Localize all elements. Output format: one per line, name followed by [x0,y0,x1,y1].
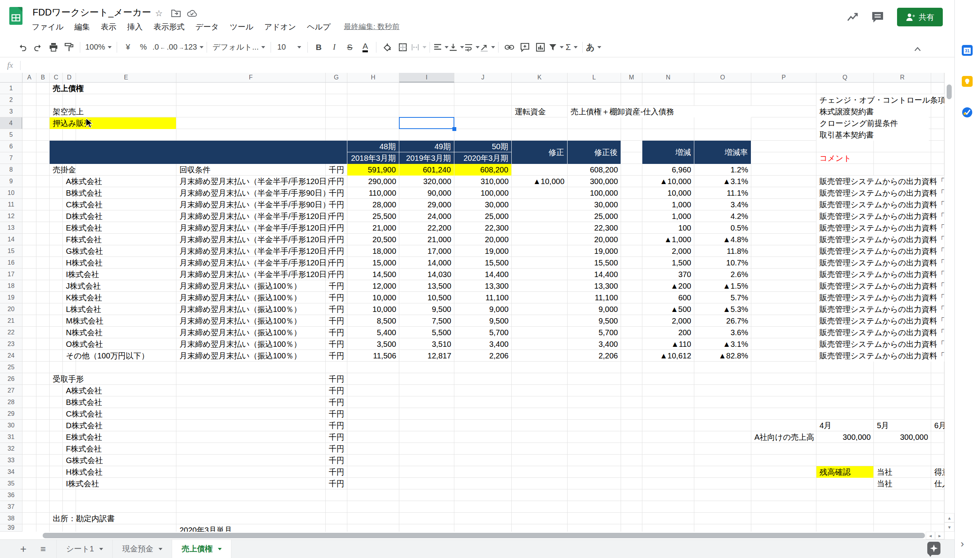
italic-button[interactable]: I [326,40,342,55]
row-header-36[interactable]: 36 [0,489,22,501]
menu-1[interactable]: 編集 [74,22,90,33]
tab-menu-icon[interactable] [218,548,222,550]
cell-F23[interactable]: 月末締め翌月末払い（振込100％） [176,338,326,350]
cell-Q17[interactable]: 販売管理システムからの出力資料「売 [816,269,944,280]
row-header-15[interactable]: 15 [0,245,22,257]
cell-D14[interactable]: F株式会社 [63,234,76,245]
row-header-37[interactable]: 37 [0,501,22,513]
col-header-M[interactable]: M [621,73,642,83]
cell-O23[interactable]: ▲3.1% [694,338,751,350]
row-header-33[interactable]: 33 [0,455,22,466]
cell-I12[interactable]: 24,000 [399,210,454,222]
cell-Q21[interactable]: 販売管理システムからの出力資料「売 [816,315,944,327]
cell-H11[interactable]: 28,000 [347,199,399,210]
cell-O20[interactable]: ▲5.3% [694,303,751,315]
cell-Q7[interactable]: コメント [816,152,874,164]
cell-N8[interactable]: 6,960 [642,164,694,176]
cell-N21[interactable]: 2,000 [642,315,694,327]
row-header-11[interactable]: 11 [0,199,22,210]
cell-D9[interactable]: A株式会社 [63,176,76,187]
cell-R35[interactable]: 当社 [874,478,931,489]
cell-S30[interactable]: 6月 [931,420,944,431]
cell-O18[interactable]: ▲1.5% [694,280,751,292]
cell-J7[interactable]: 2020年3月期 [454,152,512,164]
cell-J14[interactable]: 20,000 [454,234,512,245]
vertical-scrollbar[interactable] [944,73,954,539]
cell-J6[interactable]: 50期 [454,141,512,152]
col-header-E[interactable]: E [76,73,176,83]
spreadsheet-grid[interactable]: ABCDEFGHIJKLMNOPQR 123456789101112131415… [0,73,944,532]
cell-R30[interactable]: 5月 [874,420,931,431]
cell-S34[interactable]: 得意 [931,466,944,478]
cell-J17[interactable]: 14,400 [454,269,512,280]
cell-Q19[interactable]: 販売管理システムからの出力資料「売 [816,292,944,303]
cell-G24[interactable]: 千円 [326,350,347,362]
cell-G23[interactable]: 千円 [326,338,347,350]
cell-G35[interactable]: 千円 [326,478,347,489]
cell-L14[interactable]: 20,000 [568,234,621,245]
calendar-icon[interactable]: 31 [962,45,973,56]
menu-2[interactable]: 表示 [101,22,116,33]
row-header-25[interactable]: 25 [0,362,22,373]
cell-R34[interactable]: 当社 [874,466,931,478]
cell-F19[interactable]: 月末締め翌月末払い（振込100％） [176,292,326,303]
cell-O21[interactable]: 26.7% [694,315,751,327]
cell-D34[interactable]: H株式会社 [63,466,76,478]
cell-H13[interactable]: 21,000 [347,222,399,234]
cell-O14[interactable]: ▲4.8% [694,234,751,245]
cell-F21[interactable]: 月末締め翌月末払い（振込100％） [176,315,326,327]
cell-C38[interactable]: 出所：勘定内訳書 [50,513,63,524]
insert-chart-icon[interactable] [533,40,548,55]
row-header-23[interactable]: 23 [0,338,22,350]
cell-F10[interactable]: 月末締め翌月末払い（半金半手/手形90日） [176,187,326,199]
sheet-tab-売上債権[interactable]: 売上債権 [172,540,231,558]
merge-cells-icon[interactable] [411,40,426,55]
cell-L13[interactable]: 22,300 [568,222,621,234]
cell-I10[interactable]: 90,000 [399,187,454,199]
cell-I22[interactable]: 5,500 [399,327,454,338]
cell-D10[interactable]: B株式会社 [63,187,76,199]
row-header-39[interactable]: 39 [0,524,22,532]
cell-I14[interactable]: 21,000 [399,234,454,245]
cell-O17[interactable]: 2.6% [694,269,751,280]
cell-G10[interactable]: 千円 [326,187,347,199]
cell-N23[interactable]: ▲110 [642,338,694,350]
row-header-30[interactable]: 30 [0,420,22,431]
cell-O13[interactable]: 0.5% [694,222,751,234]
cell-I13[interactable]: 22,200 [399,222,454,234]
cell-F17[interactable]: 月末締め翌月末払い（半金半手/手形120日） [176,269,326,280]
text-rotation-icon[interactable] [480,40,495,55]
col-header-C[interactable]: C [50,73,63,83]
collapse-toolbar-icon[interactable] [910,41,925,57]
cell-J12[interactable]: 25,000 [454,210,512,222]
horizontal-scrollbar-thumb[interactable] [43,533,925,538]
cell-S35[interactable]: 仕入 [931,478,944,489]
row-header-4[interactable]: 4 [0,117,22,129]
cell-Q2[interactable]: チェンジ・オブ・コントロール条項 [816,94,944,106]
cell-O19[interactable]: 5.7% [694,292,751,303]
cell-G30[interactable]: 千円 [326,420,347,431]
cell-L3[interactable]: 売上債権＋棚卸資産-仕入債務 [568,106,751,117]
last-edited-link[interactable]: 最終編集: 数秒前 [344,22,400,33]
col-header-K[interactable]: K [512,73,568,83]
menu-5[interactable]: データ [195,22,219,33]
cell-I17[interactable]: 14,030 [399,269,454,280]
cell-Q16[interactable]: 販売管理システムからの出力資料「売 [816,257,944,269]
row-header-27[interactable]: 27 [0,385,22,396]
star-icon[interactable]: ☆ [155,9,163,19]
menu-7[interactable]: アドオン [264,22,296,33]
row-header-18[interactable]: 18 [0,280,22,292]
cell-J16[interactable]: 15,500 [454,257,512,269]
row-header-6[interactable]: 6 [0,141,22,152]
cell-J22[interactable]: 5,700 [454,327,512,338]
cell-Q24[interactable]: 販売管理システムからの出力資料「売 [816,350,944,362]
cell-Q30[interactable]: 4月 [816,420,874,431]
cell-N6[interactable]: 増減 [642,141,694,164]
cell-G28[interactable]: 千円 [326,396,347,408]
cell-J21[interactable]: 9,500 [454,315,512,327]
cell-N22[interactable]: 200 [642,327,694,338]
cell-D32[interactable]: F株式会社 [63,443,76,455]
cell-D35[interactable]: I株式会社 [63,478,76,489]
menu-0[interactable]: ファイル [32,22,64,33]
input-tools-button[interactable]: あ [586,40,601,55]
